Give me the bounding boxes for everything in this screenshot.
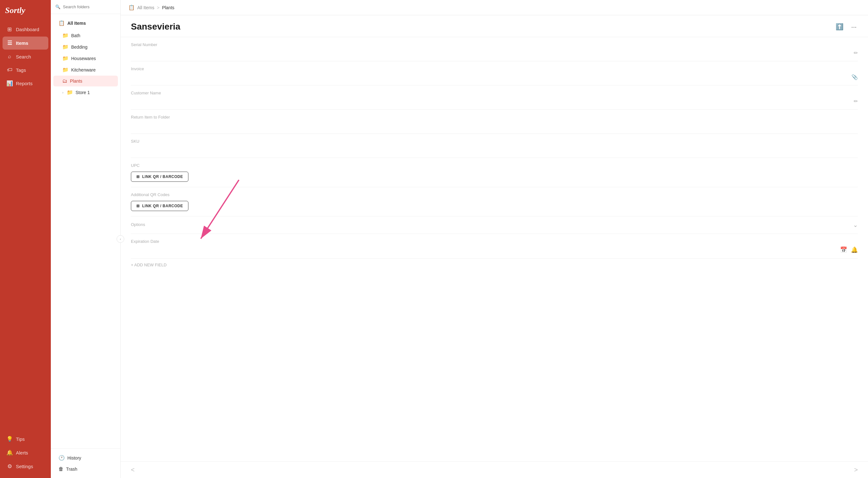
- sidebar: Sortly ⊞Dashboard☰Items⌕Search🏷Tags📊Repo…: [0, 0, 51, 478]
- breadcrumb-icon: 📋: [128, 4, 135, 10]
- tips-icon: 💡: [6, 436, 13, 442]
- title-actions: ⬆️ ···: [834, 22, 858, 32]
- sidebar-label-alerts: Alerts: [16, 450, 28, 455]
- attach-icon-invoice[interactable]: 📎: [851, 74, 858, 80]
- tags-icon: 🏷: [6, 67, 13, 73]
- history-icon: 🕐: [58, 455, 65, 461]
- field-expiration-date: Expiration Date 📅 🔔: [131, 234, 858, 259]
- prev-item-button[interactable]: <: [128, 465, 137, 475]
- field-label-invoice: Invoice: [131, 66, 858, 71]
- all-items-icon: 📋: [58, 20, 65, 26]
- collapse-panel-button[interactable]: ‹: [117, 235, 124, 243]
- folder-item-housewares[interactable]: 📁Housewares: [53, 53, 118, 64]
- sidebar-label-items: Items: [16, 40, 28, 46]
- field-additional-qr: Additional QR Codes ⊞ LINK QR / BARCODE: [131, 187, 858, 216]
- all-items-label: All Items: [67, 21, 86, 26]
- sidebar-item-settings[interactable]: ⚙Settings: [3, 460, 48, 473]
- sidebar-bottom: 💡Tips🔔Alerts⚙Settings: [0, 430, 51, 478]
- qr-icon-additional: ⊞: [136, 204, 140, 208]
- folder-item-plants[interactable]: 🗂Plants: [53, 76, 118, 86]
- sidebar-label-dashboard: Dashboard: [16, 27, 39, 32]
- items-icon: ☰: [6, 40, 13, 47]
- alerts-icon: 🔔: [6, 449, 13, 456]
- folder-label-bath: Bath: [71, 33, 81, 38]
- field-value-customer-name[interactable]: [131, 97, 858, 104]
- trash-icon: 🗑: [58, 466, 64, 472]
- next-item-button[interactable]: >: [851, 465, 860, 475]
- sidebar-item-alerts[interactable]: 🔔Alerts: [3, 446, 48, 459]
- dashboard-icon: ⊞: [6, 26, 13, 33]
- breadcrumb-separator: >: [157, 5, 159, 10]
- more-options-button[interactable]: ···: [850, 22, 858, 32]
- edit-icon-customer[interactable]: ✏: [854, 98, 858, 104]
- field-value-sku[interactable]: [131, 145, 858, 153]
- sidebar-item-items[interactable]: ☰Items: [3, 36, 48, 50]
- form-section: Serial Number ✏ Invoice 📎 Customer Name …: [121, 37, 868, 277]
- folder-item-store1[interactable]: ›📁Store 1: [53, 87, 118, 98]
- expand-icon-store1: ›: [62, 91, 64, 94]
- field-label-upc: UPC: [131, 163, 858, 168]
- edit-icon-serial[interactable]: ✏: [854, 50, 858, 56]
- link-qr-button-additional[interactable]: ⊞ LINK QR / BARCODE: [131, 201, 188, 211]
- field-label-sku: SKU: [131, 139, 858, 144]
- field-invoice: Invoice 📎: [131, 61, 858, 86]
- folder-bottom-item-history[interactable]: 🕐History: [53, 452, 118, 464]
- breadcrumb-current: Plants: [162, 5, 175, 10]
- sidebar-item-dashboard[interactable]: ⊞Dashboard: [3, 23, 48, 36]
- folder-bottom-item-trash[interactable]: 🗑Trash: [53, 464, 118, 475]
- sidebar-item-tags[interactable]: 🏷Tags: [3, 64, 48, 76]
- folder-item-bedding[interactable]: 📁Bedding: [53, 41, 118, 53]
- field-label-return-item: Return Item to Folder: [131, 115, 858, 119]
- item-title-bar: Sansevieria ⬆️ ···: [121, 15, 868, 37]
- field-value-return-item[interactable]: [131, 121, 858, 128]
- link-qr-button-upc[interactable]: ⊞ LINK QR / BARCODE: [131, 172, 188, 182]
- field-customer-name: Customer Name ✏: [131, 86, 858, 110]
- options-chevron-icon[interactable]: ⌄: [853, 221, 858, 229]
- detail-container: Sansevieria ⬆️ ··· Serial Number ✏ Invoi…: [121, 15, 868, 478]
- housewares-folder-icon: 📁: [62, 55, 69, 61]
- folder-label-plants: Plants: [70, 79, 82, 84]
- sidebar-label-settings: Settings: [16, 464, 33, 469]
- add-new-field-button[interactable]: + ADD NEW FIELD: [131, 259, 166, 267]
- sidebar-item-tips[interactable]: 💡Tips: [3, 432, 48, 446]
- field-label-additional-qr: Additional QR Codes: [131, 192, 858, 197]
- field-value-invoice[interactable]: [131, 72, 858, 80]
- folder-search-input[interactable]: [63, 4, 116, 9]
- sidebar-nav: ⊞Dashboard☰Items⌕Search🏷Tags📊Reports: [0, 22, 51, 430]
- field-serial-number: Serial Number ✏: [131, 37, 858, 61]
- plants-folder-icon: 🗂: [62, 78, 67, 84]
- field-upc: UPC ⊞ LINK QR / BARCODE: [131, 158, 858, 187]
- history-label: History: [67, 455, 81, 460]
- qr-icon-upc: ⊞: [136, 175, 140, 179]
- folder-item-bath[interactable]: 📁Bath: [53, 30, 118, 41]
- field-label-expiration: Expiration Date: [131, 239, 858, 244]
- folder-list: 📋 All Items 📁Bath📁Bedding📁Housewares📁Kit…: [51, 14, 120, 448]
- share-button[interactable]: ⬆️: [834, 22, 845, 32]
- trash-label: Trash: [66, 467, 77, 472]
- breadcrumb-root[interactable]: All Items: [137, 5, 154, 10]
- add-field-label: + ADD NEW FIELD: [131, 263, 166, 267]
- reports-icon: 📊: [6, 80, 13, 87]
- main-header: 📋 All Items > Plants: [121, 0, 868, 15]
- calendar-icon-button[interactable]: 📅: [840, 246, 847, 253]
- sidebar-label-tags: Tags: [16, 67, 26, 73]
- folder-item-kitchenware[interactable]: 📁Kitchenware: [53, 64, 118, 75]
- field-value-serial-number[interactable]: [131, 48, 858, 56]
- bedding-folder-icon: 📁: [62, 44, 69, 50]
- field-label-serial-number: Serial Number: [131, 42, 858, 47]
- folder-items: 📁Bath📁Bedding📁Housewares📁Kitchenware🗂Pla…: [51, 30, 120, 98]
- sidebar-item-reports[interactable]: 📊Reports: [3, 77, 48, 90]
- bell-icon-button[interactable]: 🔔: [851, 246, 858, 253]
- folder-label-store1: Store 1: [75, 90, 90, 95]
- bath-folder-icon: 📁: [62, 32, 69, 38]
- folder-item-all-items[interactable]: 📋 All Items: [53, 18, 118, 29]
- sidebar-item-search[interactable]: ⌕Search: [3, 50, 48, 63]
- field-label-options: Options: [131, 222, 145, 227]
- breadcrumb: 📋 All Items > Plants: [128, 4, 175, 10]
- item-title: Sansevieria: [131, 22, 181, 32]
- store1-folder-icon: 📁: [67, 89, 73, 95]
- folder-label-kitchenware: Kitchenware: [71, 67, 96, 72]
- field-options: Options ⌄: [131, 216, 858, 234]
- folder-label-housewares: Housewares: [71, 56, 96, 61]
- folder-bottom-items: 🕐History🗑Trash: [51, 452, 120, 475]
